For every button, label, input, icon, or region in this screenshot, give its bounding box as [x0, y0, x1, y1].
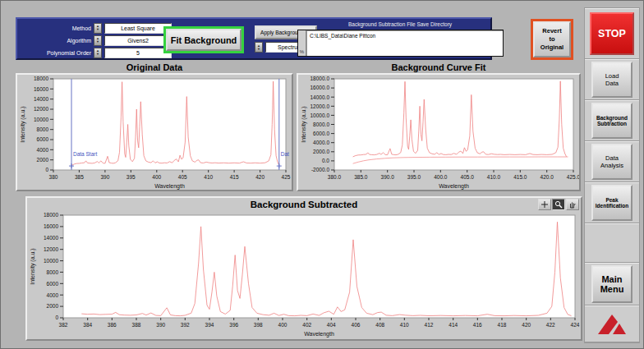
svg-text:410: 410 [400, 322, 409, 328]
svg-text:0: 0 [55, 315, 58, 320]
algorithm-label: Algorithm [21, 38, 91, 44]
cursor-crosshair-icon[interactable] [538, 199, 551, 210]
svg-text:380: 380 [49, 174, 58, 180]
svg-text:Dat: Dat [281, 151, 289, 157]
main-menu-button[interactable]: Main Menu [591, 265, 632, 303]
svg-text:394: 394 [205, 322, 214, 328]
svg-text:380.0: 380.0 [328, 174, 342, 180]
svg-text:408: 408 [375, 322, 384, 328]
polynomial-order-spinner[interactable]: ▲▼ [94, 48, 102, 58]
svg-text:410: 410 [204, 174, 213, 180]
zoom-tool-icon[interactable] [552, 199, 565, 210]
method-spinner[interactable]: ▲▼ [94, 23, 102, 34]
svg-text:384: 384 [83, 322, 92, 328]
svg-text:8000: 8000 [47, 269, 59, 275]
svg-text:16000.0: 16000.0 [310, 85, 330, 90]
svg-text:10000: 10000 [34, 117, 48, 122]
background-curve-fit-chart[interactable]: 380.0385.0390.0395.0400.0405.0410.0415.0… [298, 75, 579, 190]
original-data-title: Original Data [16, 62, 293, 72]
peak-identification-button[interactable]: Peak Identification [591, 185, 632, 221]
algorithm-control: Algorithm ▲▼ Givens2 [21, 35, 172, 45]
svg-text:385: 385 [75, 174, 84, 180]
save-directory-title: Background Subtraction File Save Directo… [297, 21, 504, 27]
svg-text:10000.0: 10000.0 [310, 113, 330, 118]
save-directory-box: % C:\LIBS_Data\Diane Pittcon [297, 30, 504, 57]
svg-text:412: 412 [425, 322, 434, 328]
svg-text:4000: 4000 [47, 292, 59, 298]
svg-text:410.0: 410.0 [487, 174, 501, 180]
data-analysis-button[interactable]: Data Analysis [591, 144, 632, 180]
svg-text:Intensity (a.u.): Intensity (a.u.) [30, 248, 36, 284]
company-logo-icon [596, 313, 628, 336]
svg-text:Data Start: Data Start [73, 151, 97, 157]
svg-text:Wavelength: Wavelength [304, 331, 334, 338]
logo-cell [585, 305, 639, 342]
stop-button[interactable]: STOP [590, 12, 634, 55]
svg-text:415.0: 415.0 [513, 174, 527, 180]
svg-text:405: 405 [178, 174, 187, 180]
svg-text:2000: 2000 [37, 157, 49, 163]
apply-background-spinner[interactable]: ▲▼ [255, 42, 263, 53]
svg-text:395.0: 395.0 [407, 174, 421, 180]
svg-text:405.0: 405.0 [461, 174, 475, 180]
svg-text:388: 388 [132, 322, 141, 328]
svg-text:392: 392 [181, 322, 190, 328]
svg-text:390: 390 [100, 174, 109, 180]
revert-to-original-button[interactable]: Revert to Original [533, 21, 571, 57]
original-data-chart[interactable]: 3803853903954004054104154204250200040006… [17, 75, 292, 190]
svg-text:18000.0: 18000.0 [310, 76, 330, 81]
svg-text:0.0: 0.0 [322, 158, 329, 163]
svg-text:398: 398 [254, 322, 263, 328]
svg-text:16000: 16000 [34, 86, 48, 92]
svg-text:10000: 10000 [44, 258, 58, 264]
svg-text:402: 402 [302, 322, 311, 328]
method-input[interactable]: Least Square [104, 23, 172, 34]
svg-text:420: 420 [522, 322, 531, 328]
svg-text:12000: 12000 [44, 246, 58, 252]
svg-text:6000.0: 6000.0 [313, 131, 329, 136]
graph-palette [538, 199, 579, 210]
svg-text:382: 382 [59, 322, 68, 328]
svg-text:386: 386 [108, 322, 117, 328]
svg-text:422: 422 [546, 322, 555, 328]
svg-text:8000.0: 8000.0 [313, 122, 329, 127]
svg-text:390: 390 [156, 322, 165, 328]
fit-background-button[interactable]: Fit Background [166, 29, 242, 51]
polynomial-order-control: Polynomial Order ▲▼ 5 [21, 48, 172, 57]
svg-text:406: 406 [352, 322, 361, 328]
background-subtracted-chart[interactable]: 3823843863883903923943963984004024044064… [27, 211, 581, 338]
svg-text:385.0: 385.0 [354, 174, 368, 180]
svg-text:14000.0: 14000.0 [310, 94, 330, 100]
svg-text:395: 395 [126, 174, 136, 180]
svg-text:6000: 6000 [37, 136, 49, 142]
background-subtraction-button[interactable]: Background Subtraction [591, 103, 632, 139]
background-curve-fit-panel: 380.0385.0390.0395.0400.0405.0410.0415.0… [297, 73, 581, 191]
method-control: Method ▲▼ Least Square [21, 23, 172, 33]
svg-text:14000: 14000 [44, 235, 58, 241]
algorithm-spinner[interactable]: ▲▼ [94, 35, 102, 46]
svg-text:14000: 14000 [34, 96, 48, 102]
svg-text:0: 0 [45, 167, 48, 172]
svg-text:4000.0: 4000.0 [313, 140, 329, 145]
algorithm-input[interactable]: Givens2 [104, 35, 172, 46]
fit-background-frame: Fit Background [163, 26, 244, 53]
svg-text:400: 400 [152, 174, 161, 180]
svg-text:424: 424 [571, 322, 580, 328]
save-directory-path[interactable]: C:\LIBS_Data\Diane Pittcon [306, 30, 503, 56]
sidebar-empty-cell [585, 223, 639, 263]
original-data-panel: 3803853903954004054104154204250200040006… [16, 73, 293, 191]
svg-text:6000: 6000 [47, 281, 59, 287]
svg-text:390.0: 390.0 [381, 174, 395, 180]
svg-text:418: 418 [498, 322, 507, 328]
svg-text:12000: 12000 [34, 106, 48, 112]
svg-text:414: 414 [448, 322, 458, 328]
background-subtracted-panel: Background Subtracted 382384386388390392… [25, 196, 582, 341]
sidebar: STOP Load Data Background Subtraction Da… [584, 7, 640, 343]
load-data-button[interactable]: Load Data [591, 62, 632, 98]
path-browse-icon[interactable]: % [298, 30, 306, 56]
pan-hand-icon[interactable] [566, 199, 579, 210]
svg-text:425.0: 425.0 [567, 174, 579, 180]
polynomial-order-input[interactable]: 5 [104, 48, 172, 58]
svg-text:400: 400 [278, 322, 288, 328]
polynomial-order-label: Polynomial Order [21, 50, 91, 56]
